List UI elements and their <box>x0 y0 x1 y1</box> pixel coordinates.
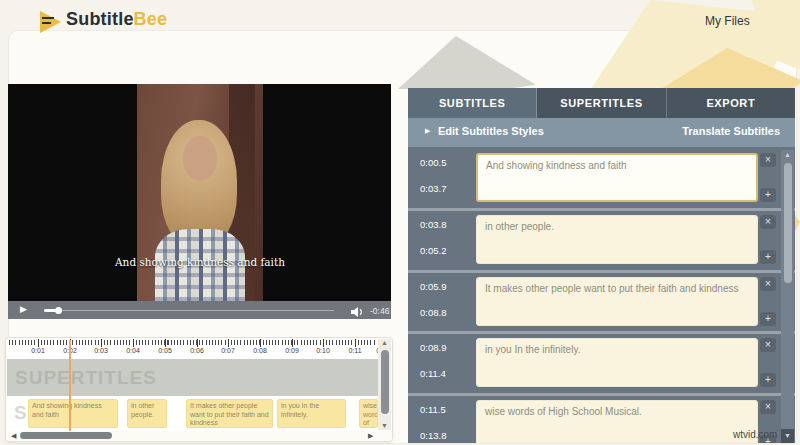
subtitle-text-input[interactable]: wise words of High School Musical. <box>476 400 758 443</box>
entry-start-time[interactable]: 0:05.9 <box>420 281 446 292</box>
subtitle-text-input[interactable]: in you In the infinitely. <box>476 338 758 387</box>
entry-end-time[interactable]: 0:13.8 <box>420 430 446 441</box>
scrollbar-thumb[interactable] <box>20 432 112 439</box>
subtitle-entry: 0:00.5 0:03.7 And showing kindness and f… <box>408 150 795 206</box>
subtitle-entry: 0:03.8 0:05.2 in other people. × + <box>408 212 795 268</box>
translate-subtitles-button[interactable]: Translate Subtitles <box>682 125 780 137</box>
timeline-horizontal-scrollbar[interactable]: ◀ ▶ <box>6 431 392 441</box>
entry-start-time[interactable]: 0:03.8 <box>420 219 446 230</box>
video-player[interactable]: And showing kindness and faith ▶ -0:46 <box>8 84 391 319</box>
subtitles-track-watermark: S <box>14 402 27 424</box>
ruler-label: 0:01 <box>25 347 51 354</box>
subtitles-track: S And showing kindness and faith in othe… <box>7 398 378 431</box>
ruler-label: 0:09 <box>279 347 305 354</box>
ruler-label: 0:08 <box>247 347 273 354</box>
timeline-block[interactable]: And showing kindness and faith <box>28 399 118 428</box>
subtitle-text-input[interactable]: in other people. <box>476 215 758 264</box>
entry-start-time[interactable]: 0:08.9 <box>420 342 446 353</box>
tab-supertitles[interactable]: SUPERTITLES <box>537 88 666 118</box>
video-frame <box>137 84 263 301</box>
tab-subtitles[interactable]: SUBTITLES <box>408 88 537 118</box>
timeline-block[interactable]: in you In the infinitely. <box>277 399 346 428</box>
subtitle-entry: 0:05.9 0:08.8 It makes other people want… <box>408 274 795 330</box>
my-files-link[interactable]: My Files <box>705 14 750 28</box>
subtitle-entry: 0:08.9 0:11.4 in you In the infinitely. … <box>408 335 795 391</box>
delete-entry-button[interactable]: × <box>760 400 776 414</box>
delete-entry-button[interactable]: × <box>760 215 776 229</box>
ruler-ticks <box>9 340 377 345</box>
entry-end-time[interactable]: 0:03.7 <box>420 183 446 194</box>
logo-text-bee: Bee <box>134 9 168 29</box>
scrollbar-thumb[interactable] <box>381 350 389 414</box>
entry-end-time[interactable]: 0:11.4 <box>420 368 446 379</box>
delete-entry-button[interactable]: × <box>760 277 776 291</box>
subtitlebee-app: SubtitleBee My Files And showing kindnes… <box>0 0 800 445</box>
subtitle-editor-panel: SUBTITLES SUPERTITLES EXPORT ▶ Edit Subt… <box>408 88 795 443</box>
supertitles-track[interactable]: SUPERTITLES <box>7 359 378 396</box>
ruler-label: 0:07 <box>215 347 241 354</box>
subtitlebee-logo-icon <box>40 11 61 33</box>
entry-separator <box>408 393 795 396</box>
add-entry-button[interactable]: + <box>760 188 776 202</box>
scroll-left-icon[interactable]: ◀ <box>11 432 16 440</box>
timeline-block[interactable]: in other people. <box>127 399 167 428</box>
supertitles-track-watermark: SUPERTITLES <box>7 359 378 396</box>
entry-start-time[interactable]: 0:00.5 <box>420 157 446 168</box>
delete-entry-button[interactable]: × <box>760 338 776 352</box>
time-remaining: -0:46 <box>370 306 389 316</box>
scroll-right-icon[interactable]: ▶ <box>368 432 373 440</box>
tab-export[interactable]: EXPORT <box>667 88 795 118</box>
entry-separator <box>408 208 795 211</box>
entry-end-time[interactable]: 0:05.2 <box>420 245 446 256</box>
entry-end-time[interactable]: 0:08.8 <box>420 307 446 318</box>
entry-separator <box>408 270 795 273</box>
add-entry-button[interactable]: + <box>760 373 776 387</box>
ruler-label: 0:10 <box>310 347 336 354</box>
scrollbar-thumb[interactable] <box>784 163 792 283</box>
ruler-label: 0:11 <box>342 347 368 354</box>
add-entry-button[interactable]: + <box>760 312 776 326</box>
scroll-down-icon[interactable]: ▼ <box>781 429 794 443</box>
logo-text-subtitle: Subtitle <box>66 9 134 29</box>
timeline-vertical-scrollbar[interactable]: ▲ ▼ <box>378 339 391 430</box>
volume-icon[interactable] <box>350 304 364 322</box>
site-watermark: wtvid.com <box>733 429 777 440</box>
entry-separator <box>408 331 795 334</box>
ruler-label: 0:04 <box>120 347 146 354</box>
video-controls-bar: ▶ -0:46 <box>8 301 391 319</box>
speaker-face <box>183 136 217 180</box>
entry-list-scrollbar[interactable]: ▲ ▼ <box>781 150 794 443</box>
subtitle-text-input[interactable]: It makes other people want to put their … <box>476 277 758 326</box>
edit-subtitles-styles-button[interactable]: Edit Subtitles Styles <box>438 125 544 137</box>
subtitlebee-logo[interactable]: SubtitleBee <box>66 9 167 30</box>
add-entry-button[interactable]: + <box>760 250 776 264</box>
ruler-label: 0:06 <box>184 347 210 354</box>
delete-entry-button[interactable]: × <box>760 153 776 167</box>
scroll-down-icon[interactable]: ▼ <box>378 422 391 429</box>
scroll-up-icon[interactable]: ▲ <box>378 339 391 346</box>
play-button[interactable]: ▶ <box>20 304 27 314</box>
entry-start-time[interactable]: 0:11.5 <box>420 404 446 415</box>
scroll-up-icon[interactable]: ▲ <box>781 151 794 158</box>
seek-bar[interactable] <box>62 310 334 311</box>
timeline-block[interactable]: wise words of High School Musical. <box>359 399 378 428</box>
subtitle-text-input[interactable]: And showing kindness and faith <box>476 153 758 202</box>
timeline-panel: 0:01 0:02 0:03 0:04 0:05 0:06 0:07 0:08 … <box>5 337 393 442</box>
ruler-label: 0:03 <box>88 347 114 354</box>
tab-bar: SUBTITLES SUPERTITLES EXPORT <box>408 88 795 118</box>
subtitle-entry-list: 0:00.5 0:03.7 And showing kindness and f… <box>408 147 795 443</box>
styles-bar: ▶ Edit Subtitles Styles Translate Subtit… <box>408 118 795 147</box>
ruler-label: 0:05 <box>152 347 178 354</box>
chevron-right-icon: ▶ <box>425 127 430 135</box>
timeline-block[interactable]: It makes other people want to put their … <box>186 399 273 428</box>
seek-handle[interactable] <box>55 307 62 314</box>
playhead[interactable] <box>69 340 71 431</box>
video-subtitle-overlay: And showing kindness and faith <box>112 256 288 268</box>
